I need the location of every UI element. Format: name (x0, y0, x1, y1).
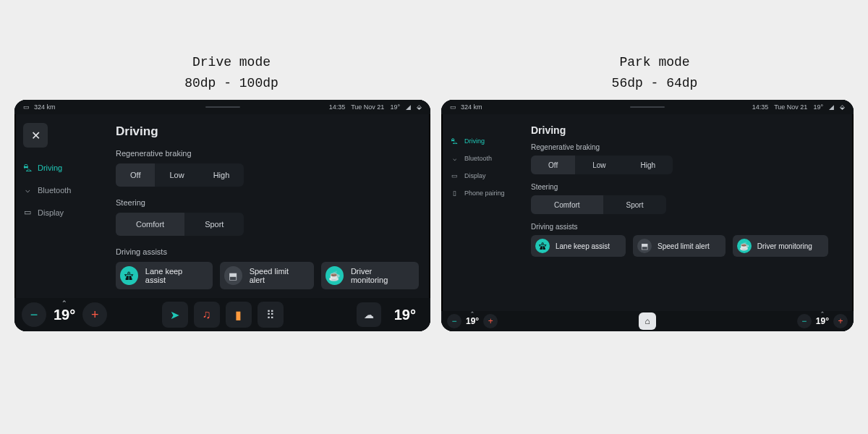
steer-comfort[interactable]: Comfort (116, 213, 184, 236)
chip-lane-keep[interactable]: 🛣 Lane keep assist (531, 235, 626, 257)
signal-icon: ◢ (829, 103, 834, 111)
chip-driver-monitor[interactable]: ☕ Driver monitoring (321, 262, 419, 289)
drag-handle[interactable] (205, 106, 240, 108)
regen-segmented: Off Low High (531, 156, 673, 174)
chevron-up-icon: ⌃ (820, 311, 825, 317)
sidebar-label: Display (464, 172, 486, 179)
chip-driver-monitor[interactable]: ☕ Driver monitoring (733, 235, 828, 257)
display-icon: ▭ (23, 208, 32, 217)
temp-readout-left[interactable]: ⌃ 19° (54, 307, 75, 323)
close-button[interactable]: ✕ (23, 123, 48, 148)
chip-label: Driver monitoring (351, 267, 409, 284)
sidebar-item-phone-pairing[interactable]: ▯ Phone pairing (450, 190, 521, 197)
temp-readout-right[interactable]: 19° (394, 307, 416, 323)
steer-segmented: Comfort Sport (531, 195, 666, 214)
display-icon: ▭ (450, 172, 459, 179)
assist-chips: 🛣 Lane keep assist ⬒ Speed limit alert ☕… (116, 262, 419, 289)
statusbar: ▭ 324 km 14:35 Tue Nov 21 19° ◢ ⬙ (14, 100, 430, 114)
range: 324 km (461, 103, 482, 111)
regen-segmented: Off Low High (116, 163, 244, 187)
sidebar-label: Driving (464, 137, 485, 145)
battery-icon: ▭ (450, 103, 456, 111)
device-park-mode: ▭ 324 km 14:35 Tue Nov 21 19° ◢ ⬙ ⛍ Driv… (441, 100, 854, 331)
sidebar-label: Display (38, 208, 64, 217)
sidebar-item-driving[interactable]: ⛍ Driving (450, 137, 521, 145)
wifi-icon: ⬙ (417, 103, 422, 111)
regen-high[interactable]: High (199, 163, 244, 187)
weather-button[interactable]: ☁ (357, 302, 381, 327)
sidebar-item-display[interactable]: ▭ Display (450, 172, 521, 179)
chip-label: Driver monitoring (757, 242, 812, 250)
assist-chips: 🛣 Lane keep assist ⬒ Speed limit alert ☕… (531, 235, 842, 257)
assists-label: Driving assists (116, 247, 419, 256)
sidebar-label: Driving (38, 163, 62, 172)
lane-icon: 🛣 (535, 239, 550, 253)
temp-readout-left[interactable]: ⌃ 19° (466, 316, 479, 326)
time: 14:35 (329, 103, 346, 111)
dock: − ⌃ 19° + ⌂ − ⌃ 19° + (441, 311, 854, 331)
sidebar-item-bluetooth[interactable]: ⌵ Bluetooth (23, 185, 101, 195)
speed-icon: ⬒ (224, 266, 242, 285)
sidebar-item-driving[interactable]: ⛍ Driving (23, 163, 101, 172)
assists-label: Driving assists (531, 223, 842, 231)
settings-content: Driving Regenerative braking Off Low Hig… (101, 114, 430, 298)
car-icon: ⛍ (23, 163, 32, 172)
temp-up-left[interactable]: + (483, 314, 498, 328)
page-title: Driving (531, 124, 842, 136)
monitor-icon: ☕ (737, 239, 752, 253)
steer-comfort[interactable]: Comfort (531, 195, 603, 214)
regen-high[interactable]: High (624, 156, 673, 174)
settings-content: Driving Regenerative braking Off Low Hig… (521, 114, 854, 311)
wifi-icon: ⬙ (840, 103, 845, 111)
battery-icon: ▭ (23, 103, 30, 111)
device-drive-mode: ▭ 324 km 14:35 Tue Nov 21 19° ◢ ⬙ ✕ ⛍ Dr… (14, 100, 430, 331)
temp-up-right[interactable]: + (833, 314, 848, 328)
speed-icon: ⬒ (637, 239, 652, 253)
music-app-button[interactable]: ♫ (194, 302, 220, 328)
regen-off[interactable]: Off (531, 156, 575, 174)
sidebar-label: Phone pairing (464, 190, 505, 197)
regen-label: Regenerative braking (531, 143, 842, 151)
regen-low[interactable]: Low (155, 163, 198, 187)
steer-sport[interactable]: Sport (184, 213, 244, 236)
statusbar: ▭ 324 km 14:35 Tue Nov 21 19° ◢ ⬙ (441, 100, 854, 114)
sidebar-label: Bluetooth (464, 155, 492, 162)
regen-off[interactable]: Off (116, 163, 155, 187)
chip-speed-limit[interactable]: ⬒ Speed limit alert (220, 262, 314, 289)
chip-lane-keep[interactable]: 🛣 Lane keep assist (116, 262, 213, 289)
date: Tue Nov 21 (774, 103, 807, 111)
signal-icon: ◢ (406, 103, 411, 111)
sidebar-item-display[interactable]: ▭ Display (23, 208, 101, 217)
chip-label: Speed limit alert (658, 242, 710, 250)
temp-down-left[interactable]: − (447, 314, 461, 328)
camera-app-button[interactable]: ▮ (226, 302, 252, 328)
apps-grid-button[interactable]: ⠿ (258, 302, 284, 328)
page-title: Driving (116, 124, 419, 139)
chip-label: Speed limit alert (250, 267, 304, 284)
settings-sidebar: ✕ ⛍ Driving ⌵ Bluetooth ▭ Display (14, 114, 101, 298)
car-icon: ⛍ (450, 137, 459, 145)
chevron-up-icon: ⌃ (470, 311, 475, 317)
steer-sport[interactable]: Sport (603, 195, 667, 214)
lane-icon: 🛣 (120, 266, 138, 285)
phone-icon: ▯ (450, 190, 459, 197)
status-temp: 19° (390, 103, 400, 111)
date: Tue Nov 21 (351, 103, 384, 111)
sidebar-item-bluetooth[interactable]: ⌵ Bluetooth (450, 155, 521, 162)
temp-down-right[interactable]: − (797, 314, 812, 328)
nav-app-button[interactable]: ➤ (162, 302, 188, 328)
chip-speed-limit[interactable]: ⬒ Speed limit alert (633, 235, 726, 257)
temp-down-left[interactable]: − (22, 302, 46, 327)
home-button[interactable]: ⌂ (639, 312, 656, 330)
regen-low[interactable]: Low (575, 156, 623, 174)
caption-drive-mode: Drive mode 80dp - 100dp (123, 52, 340, 94)
temp-readout-right[interactable]: ⌃ 19° (816, 316, 829, 326)
close-icon: ✕ (31, 129, 41, 142)
status-temp: 19° (813, 103, 823, 111)
chip-label: Lane keep assist (145, 267, 203, 284)
drag-handle[interactable] (630, 106, 665, 108)
monitor-icon: ☕ (326, 266, 344, 285)
bluetooth-icon: ⌵ (23, 185, 32, 195)
temp-up-left[interactable]: + (82, 302, 107, 327)
caption-park-mode: Park mode 56dp - 64dp (546, 52, 763, 94)
